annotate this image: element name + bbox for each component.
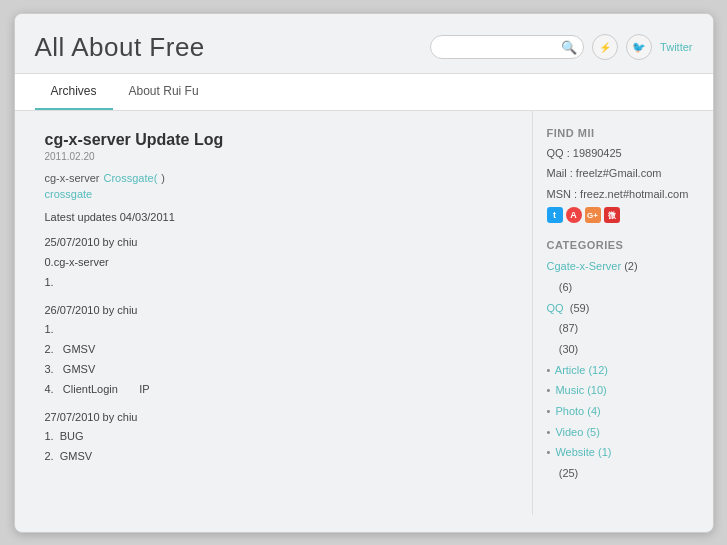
post-tags: cg-x-server Crossgate( ) [45, 172, 512, 184]
section-3-line2: 2. GMSV [45, 447, 512, 467]
cat-indent-30: (30) [547, 340, 699, 359]
section-1: 25/07/2010 by chiu 0.cg-x-server 1. [45, 233, 512, 292]
cat-indent-25: (25) [547, 464, 699, 483]
bullet-article: • [547, 364, 551, 376]
section-3-line1: 1. BUG [45, 427, 512, 447]
twitter-icon-button[interactable]: 🐦 [626, 34, 652, 60]
cat-qq: QQ (59) [547, 299, 699, 318]
google-social-icon[interactable]: G+ [585, 207, 601, 223]
main-window: All About Free 🔍 ⚡ 🐦 Twitter Archives Ab… [14, 13, 714, 533]
latest-updates: Latest updates 04/03/2011 [45, 208, 512, 228]
cat-music: • Music (10) [547, 381, 699, 400]
cat-video: • Video (5) [547, 423, 699, 442]
cat-photo: • Photo (4) [547, 402, 699, 421]
navigation-bar: Archives About Rui Fu [15, 74, 713, 111]
content-area: cg-x-server Update Log 2011.02.20 cg-x-s… [15, 111, 713, 515]
tag-close-paren: ) [161, 172, 165, 184]
bullet-music: • [547, 384, 551, 396]
main-content: cg-x-server Update Log 2011.02.20 cg-x-s… [15, 111, 533, 515]
twitter-social-icon[interactable]: t [547, 207, 563, 223]
cat-cgate: Cgate-x-Server (2) [547, 257, 699, 276]
cat-website: • Website (1) [547, 443, 699, 462]
tag-crossgate[interactable]: Crossgate( [104, 172, 158, 184]
section-2-line4: 4. ClientLogin IP [45, 380, 512, 400]
rss-button[interactable]: ⚡ [592, 34, 618, 60]
social-icons: t A G+ 微 [547, 207, 699, 223]
twitter-bird-icon: 🐦 [632, 41, 646, 54]
weibo-social-icon[interactable]: 微 [604, 207, 620, 223]
cat-article: • Article (12) [547, 361, 699, 380]
mail-info: Mail : freelz#Gmail.com [547, 165, 699, 183]
section-2: 26/07/2010 by chiu 1. 2. GMSV 3. GMSV 4.… [45, 301, 512, 400]
post-title: cg-x-server Update Log [45, 131, 512, 149]
cat-link-article[interactable]: Article (12) [555, 364, 608, 376]
twitter-link[interactable]: Twitter [660, 41, 692, 53]
bullet-photo: • [547, 405, 551, 417]
post-body: Latest updates 04/03/2011 25/07/2010 by … [45, 208, 512, 468]
cat-link-photo[interactable]: Photo (4) [555, 405, 600, 417]
search-button[interactable]: 🔍 [559, 40, 579, 55]
nav-item-about[interactable]: About Rui Fu [113, 74, 215, 110]
header: All About Free 🔍 ⚡ 🐦 Twitter [15, 14, 713, 74]
section-1-heading: 25/07/2010 by chiu [45, 233, 512, 253]
section-2-line1: 1. [45, 320, 512, 340]
alert-social-icon[interactable]: A [566, 207, 582, 223]
cat-link-video[interactable]: Video (5) [555, 426, 599, 438]
find-mii-section: FIND MII QQ : 19890425 Mail : freelz#Gma… [547, 127, 699, 224]
site-title: All About Free [35, 32, 205, 63]
cat-indent-87: (87) [547, 319, 699, 338]
section-3: 27/07/2010 by chiu 1. BUG 2. GMSV [45, 408, 512, 467]
tag-crossgate2[interactable]: crossgate [45, 188, 93, 200]
msn-info: MSN : freez.net#hotmail.com [547, 186, 699, 204]
sidebar: FIND MII QQ : 19890425 Mail : freelz#Gma… [533, 111, 713, 515]
section-1-line2: 1. [45, 273, 512, 293]
nav-item-archives[interactable]: Archives [35, 74, 113, 110]
search-wrapper: 🔍 [430, 35, 584, 59]
find-mii-heading: FIND MII [547, 127, 699, 139]
bullet-website: • [547, 446, 551, 458]
qq-info: QQ : 19890425 [547, 145, 699, 163]
tag-prefix: cg-x-server [45, 172, 100, 184]
categories-heading: CATEGORIES [547, 239, 699, 251]
section-2-heading: 26/07/2010 by chiu [45, 301, 512, 321]
cat-link-cgate[interactable]: Cgate-x-Server [547, 260, 622, 272]
categories-section: CATEGORIES Cgate-x-Server (2) (6) QQ (59… [547, 239, 699, 483]
cat-link-qq[interactable]: QQ [547, 302, 564, 314]
cat-indent-6: (6) [547, 278, 699, 297]
section-2-line2: 2. GMSV [45, 340, 512, 360]
post-tag2: crossgate [45, 188, 512, 200]
search-input[interactable] [439, 41, 559, 53]
rss-icon: ⚡ [599, 42, 611, 53]
bullet-video: • [547, 426, 551, 438]
cat-link-music[interactable]: Music (10) [555, 384, 606, 396]
search-icon: 🔍 [561, 40, 577, 55]
section-3-heading: 27/07/2010 by chiu [45, 408, 512, 428]
cat-link-website[interactable]: Website (1) [555, 446, 611, 458]
post-date: 2011.02.20 [45, 151, 512, 162]
section-1-line1: 0.cg-x-server [45, 253, 512, 273]
section-2-line3: 3. GMSV [45, 360, 512, 380]
header-right: 🔍 ⚡ 🐦 Twitter [430, 34, 692, 60]
